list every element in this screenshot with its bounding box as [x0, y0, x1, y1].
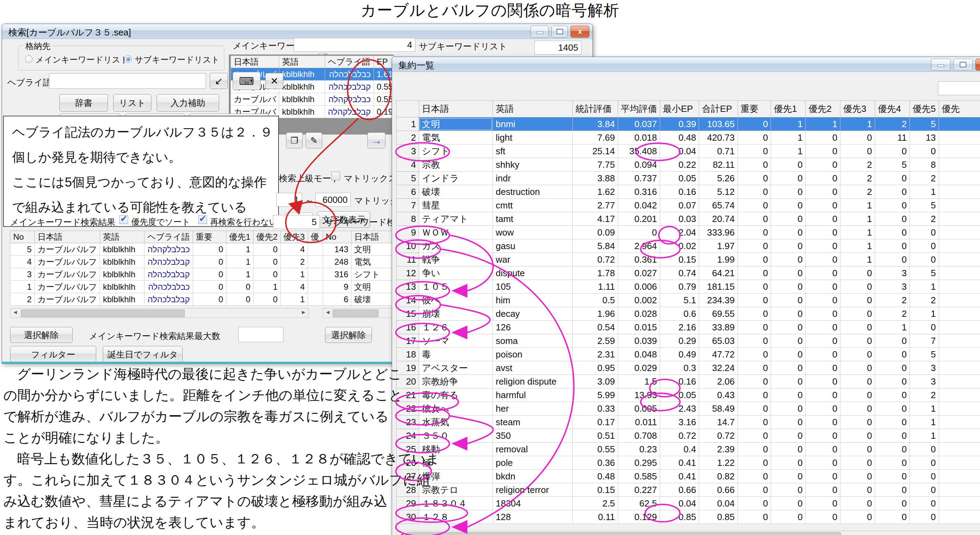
table-cell[interactable]: 0 [806, 443, 840, 456]
table-row[interactable]: 14彼へhim0.50.0025.1234.39000022 [396, 293, 980, 307]
table-cell[interactable]: 0 [738, 348, 771, 361]
table-cell[interactable]: 2.5 [573, 497, 618, 510]
table-cell[interactable]: 3.84 [573, 118, 618, 131]
column-header[interactable]: 優先5 [910, 101, 939, 118]
table-cell[interactable]: 0 [875, 470, 910, 483]
table-row[interactable]: 20宗教紛争religion dispute3.091.50.162.06000… [396, 375, 980, 389]
table-cell[interactable]: 0 [738, 334, 771, 348]
table-row[interactable]: 30１２８1280.110.1290.850.85000000 [396, 510, 980, 524]
table-cell[interactable]: 0.72 [660, 429, 699, 443]
table-cell[interactable]: 2 [281, 256, 308, 268]
table-cell[interactable]: 65.74 [699, 199, 738, 212]
table-cell[interactable]: 0 [910, 443, 939, 456]
arrow-right-icon[interactable]: → [368, 132, 385, 148]
table-cell[interactable]: 0 [738, 226, 771, 239]
table-cell[interactable]: 35.408 [618, 145, 660, 158]
table-cell[interactable]: 8 [910, 158, 939, 172]
table-cell[interactable]: קבלבלקהלה [325, 106, 374, 118]
table-row[interactable]: 4カーブルバルフkblblkhlhקבלבלכהלה0102 [10, 256, 326, 268]
table-cell[interactable]: 3.88 [573, 172, 618, 185]
table-cell[interactable]: 3 [875, 280, 910, 293]
table-cell[interactable]: 0.48 [660, 131, 699, 145]
table-cell[interactable]: 0 [875, 456, 910, 470]
table-cell[interactable]: 0 [253, 293, 280, 306]
column-header[interactable]: 優先3 [840, 101, 875, 118]
table-cell[interactable]: 彗星 [419, 199, 493, 212]
table-cell[interactable]: 0.042 [618, 199, 660, 212]
column-header[interactable]: 優先2 [253, 231, 280, 243]
table-cell[interactable]: 2 [840, 158, 875, 172]
table-cell[interactable]: 0 [738, 212, 771, 226]
table-cell[interactable]: 文明 [419, 118, 493, 131]
table-cell[interactable]: カーブルバルフ [35, 268, 100, 281]
table-cell[interactable]: 143 [323, 243, 352, 256]
table-cell[interactable]: 0 [875, 348, 910, 361]
table-cell[interactable]: 0 [840, 497, 875, 510]
table-cell[interactable]: 5.26 [699, 172, 738, 185]
table-cell[interactable]: 0 [840, 266, 875, 280]
table-cell[interactable]: 崩壊 [419, 307, 493, 321]
table-row[interactable]: 27爆弾bkdn0.480.5850.410.82000000 [396, 470, 980, 483]
table-cell[interactable]: 1 [771, 145, 806, 158]
table-cell[interactable]: 5 [910, 348, 939, 361]
table-cell[interactable]: 8 [396, 212, 419, 226]
table-cell[interactable]: 0.66 [699, 483, 738, 497]
table-cell[interactable]: 0 [771, 266, 806, 280]
table-cell[interactable]: 0 [840, 321, 875, 334]
table-cell[interactable]: 0.316 [618, 185, 660, 199]
table-cell[interactable]: 0 [771, 389, 806, 402]
table-cell[interactable]: 2.06 [699, 375, 738, 389]
table-cell[interactable]: kblblkhlh [279, 81, 325, 93]
hebrew-input[interactable] [49, 73, 206, 89]
table-cell[interactable]: １０５ [419, 280, 493, 293]
table-cell[interactable]: 0 [738, 402, 771, 416]
table-cell[interactable]: 0.51 [573, 429, 618, 443]
table-cell[interactable]: 2.16 [660, 321, 699, 334]
table-cell[interactable]: 0 [806, 497, 840, 510]
table-row[interactable]: 15崩壊decay1.960.0280.669.55000021 [396, 307, 980, 321]
table-cell[interactable]: 0 [806, 361, 840, 375]
table-cell[interactable]: 0 [806, 334, 840, 348]
table-cell[interactable]: 0.295 [618, 456, 660, 470]
table-cell[interactable]: 破壊 [419, 185, 493, 199]
table-cell[interactable]: 戦争 [419, 253, 493, 266]
table-cell[interactable]: 0.49 [660, 348, 699, 361]
table-cell[interactable]: 2.04 [660, 226, 699, 239]
table-cell[interactable]: 0 [840, 145, 875, 158]
table-cell[interactable]: 0 [738, 307, 771, 321]
table-cell[interactable]: 0 [910, 239, 939, 253]
table-cell[interactable]: 電気 [419, 131, 493, 145]
table-cell[interactable]: 5 [910, 118, 939, 131]
table-cell[interactable]: 1 [806, 118, 840, 131]
table-cell[interactable]: 0 [738, 253, 771, 266]
table-cell[interactable]: pole [493, 456, 573, 470]
column-header[interactable]: 統計評価 [573, 101, 618, 118]
table-cell[interactable]: 0 [910, 456, 939, 470]
table-cell[interactable]: 0.72 [573, 253, 618, 266]
table-row[interactable]: 4宗教shhky7.750.0940.2282.11000258 [396, 158, 980, 172]
table-cell[interactable]: 2.77 [573, 199, 618, 212]
table-cell[interactable] [939, 470, 980, 483]
table-cell[interactable]: 16 [396, 321, 419, 334]
table-cell[interactable]: 3 [396, 145, 419, 158]
table-cell[interactable]: 6 [323, 293, 352, 306]
table-cell[interactable]: 32.24 [699, 361, 738, 375]
table-cell[interactable]: 0.6 [660, 307, 699, 321]
table-cell[interactable]: 0 [840, 334, 875, 348]
table-cell[interactable]: 1 [253, 281, 280, 293]
table-cell[interactable]: 0.17 [573, 416, 618, 429]
table-cell[interactable]: 3.09 [573, 375, 618, 389]
table-row[interactable]: 16１２６1260.540.0152.1633.89000010 [396, 321, 980, 334]
table-cell[interactable]: 0.71 [699, 145, 738, 158]
table-cell[interactable]: 18304 [493, 497, 573, 510]
column-header[interactable]: 重要 [738, 101, 771, 118]
table-cell[interactable]: 11 [875, 131, 910, 145]
table-cell[interactable]: 5 [10, 243, 35, 256]
table-cell[interactable]: 0 [771, 416, 806, 429]
table-cell[interactable]: kblblkhlh [100, 281, 145, 293]
table-cell[interactable]: 420.73 [699, 131, 738, 145]
table-row[interactable]: 10ガスgasu5.842.9640.021.97000100 [396, 239, 980, 253]
table-cell[interactable]: 0.018 [618, 131, 660, 145]
table-cell[interactable]: 0 [875, 510, 910, 524]
keyboard-icon[interactable]: ⌨ [233, 72, 261, 90]
